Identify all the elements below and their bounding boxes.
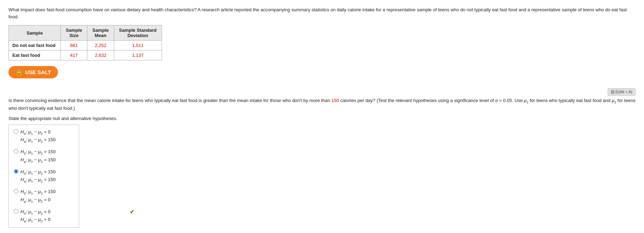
radio-ha-1: Ha: μ1 − μ2 > 150 [21,136,56,144]
cell-sd: 1,137 [114,50,162,60]
radio-ha-2: Ha: μ1 − μ2 = 150 [21,156,56,164]
checkmark-icon: ✔ [130,209,134,215]
radio-h0-2: H0: μ1 − μ2 > 150 [21,148,56,156]
hint-button[interactable]: 提示(Alt + A) [608,88,636,96]
radio-input-2[interactable] [14,149,18,154]
cell-mean: 2,252 [87,41,114,50]
radio-option-1[interactable]: H0: μ1 − μ2 = 0 Ha: μ1 − μ2 > 150 [14,129,74,144]
radio-option-3[interactable]: H0: μ1 − μ2 = 150 Ha: μ1 − μ2 > 150 [14,168,74,184]
radio-lines-5: H0: μ1 − μ2 = 0 Ha: μ1 − μ2 > 0 [21,208,51,224]
radio-lines-1: H0: μ1 − μ2 = 0 Ha: μ1 − μ2 > 150 [21,129,56,144]
radio-ha-4: Ha: μ1 − μ2 = 0 [21,196,56,204]
radio-input-4[interactable] [14,189,18,193]
salt-icon: 🔒 [16,69,23,76]
radio-option-2[interactable]: H0: μ1 − μ2 > 150 Ha: μ1 − μ2 = 150 [14,148,74,164]
table-row: Eat fast food 417 2,632 1,137 [9,50,162,60]
radio-input-5[interactable] [14,209,18,214]
use-salt-button[interactable]: 🔒 USE SALT [8,66,58,78]
col-header-mean: SampleMean [87,25,114,41]
col-header-size: SampleSize [61,25,87,41]
radio-h0-1: H0: μ1 − μ2 = 0 [21,129,56,136]
radio-option-4[interactable]: H0: μ1 − μ2 > 150 Ha: μ1 − μ2 = 0 [14,188,74,204]
radio-option-5[interactable]: H0: μ1 − μ2 = 0 Ha: μ1 − μ2 > 0 [14,208,74,224]
col-header-sd: Sample StandardDeviation [114,25,162,41]
cell-sample-label: Eat fast food [9,50,61,60]
radio-input-3[interactable] [14,169,18,174]
radio-h0-3: H0: μ1 − μ2 = 150 [21,168,56,176]
cell-mean: 2,632 [87,50,114,60]
radio-h0-5: H0: μ1 − μ2 = 0 [21,208,51,216]
hypothesis-radio-group: H0: μ1 − μ2 = 0 Ha: μ1 − μ2 > 150 H0: μ1… [8,125,79,228]
cell-sd: 1,511 [114,41,162,50]
salt-button-label: USE SALT [25,69,51,75]
cell-size: 417 [61,50,87,60]
radio-input-1[interactable] [14,129,18,134]
radio-lines-3: H0: μ1 − μ2 = 150 Ha: μ1 − μ2 > 150 [21,168,56,184]
radio-ha-5: Ha: μ1 − μ2 > 0 [21,216,51,224]
table-row: Do not eat fast food 661 2,252 1,511 [9,41,162,50]
radio-ha-3: Ha: μ1 − μ2 > 150 [21,176,56,184]
col-header-sample: Sample [9,25,61,41]
highlight-150: 150 [331,98,339,103]
radio-h0-4: H0: μ1 − μ2 > 150 [21,188,56,196]
subquestion-label: State the appropriate null and alternati… [8,116,636,121]
radio-lines-2: H0: μ1 − μ2 > 150 Ha: μ1 − μ2 = 150 [21,148,56,164]
cell-sample-label: Do not eat fast food [9,41,61,50]
radio-lines-4: H0: μ1 − μ2 > 150 Ha: μ1 − μ2 = 0 [21,188,56,204]
data-table: Sample SampleSize SampleMean Sample Stan… [8,25,162,60]
cell-size: 661 [61,41,87,50]
question-text: Is there convincing evidence that the me… [8,97,636,112]
intro-text: What impact does fast-food consumption h… [8,6,636,20]
